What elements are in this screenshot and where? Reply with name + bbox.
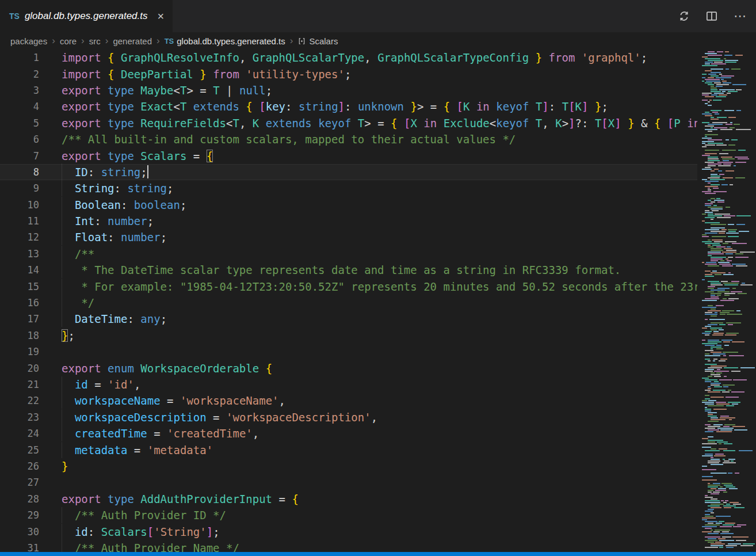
minimap-line	[701, 314, 755, 315]
code-token: extends	[193, 100, 246, 113]
minimap-line	[701, 200, 755, 201]
minimap-line	[701, 258, 755, 260]
code-line-6[interactable]: 6/** All built-in and custom scalars, ma…	[0, 131, 697, 147]
minimap-line	[701, 189, 755, 191]
minimap-line	[701, 65, 755, 66]
code-token: :	[285, 100, 299, 113]
code-line-8[interactable]: 8 ID: string;	[0, 164, 697, 180]
code-token	[62, 444, 75, 456]
code-line-22[interactable]: 22 workspaceName = 'workspaceName',	[0, 393, 697, 409]
breadcrumb-item-core[interactable]: core	[60, 36, 77, 46]
code-line-24[interactable]: 24 createdTime = 'createdTime',	[0, 425, 697, 441]
more-actions-icon[interactable]: ⋯	[734, 10, 747, 22]
code-line-12[interactable]: 12 Float: number;	[0, 229, 697, 245]
code-token: enum	[108, 362, 140, 375]
minimap-line	[701, 165, 755, 166]
code-line-21[interactable]: 21 id = 'id',	[0, 376, 697, 393]
code-line-3[interactable]: 3export type Maybe<T> = T | null;	[0, 82, 697, 98]
code-line-16[interactable]: 16 */	[0, 295, 697, 311]
minimap-line	[701, 474, 755, 475]
breadcrumb-item-generated[interactable]: generated	[113, 36, 152, 46]
line-number: 11	[0, 215, 39, 227]
code-line-31[interactable]: 31 /** Auth Provider Name */	[0, 540, 697, 552]
code-line-30[interactable]: 30 id: Scalars['String'];	[0, 523, 697, 539]
minimap-line	[701, 435, 755, 436]
minimap-line	[701, 448, 755, 450]
code-line-25[interactable]: 25 metadata = 'metadata'	[0, 441, 697, 458]
minimap-line	[701, 498, 755, 500]
code-line-7[interactable]: 7export type Scalars = {	[0, 147, 697, 163]
minimap-line	[701, 443, 755, 444]
editor-tab[interactable]: TS global.db.types.generated.ts ×	[0, 0, 173, 32]
line-number: 21	[0, 379, 39, 390]
code-line-9[interactable]: 9 String: string;	[0, 180, 697, 196]
minimap-line	[701, 141, 755, 142]
code-token: ]	[582, 100, 588, 113]
minimap-line	[701, 530, 755, 531]
code-line-4[interactable]: 4export type Exact<T extends { [key: str…	[0, 98, 697, 115]
minimap[interactable]	[697, 49, 756, 552]
code-token	[490, 100, 496, 113]
minimap-line	[701, 60, 755, 61]
code-line-18[interactable]: 18};	[0, 327, 697, 344]
editor[interactable]: 1import { GraphQLResolveInfo, GraphQLSca…	[0, 49, 697, 552]
code-line-23[interactable]: 23 workspaceDescription = 'workspaceDesc…	[0, 409, 697, 425]
code-line-19[interactable]: 19	[0, 344, 697, 360]
close-icon[interactable]: ×	[158, 10, 165, 22]
breadcrumb-label: Scalars	[309, 36, 338, 46]
code-token: import	[62, 68, 108, 81]
code-token: DateTime	[75, 313, 128, 325]
code-token: <	[173, 84, 180, 97]
code-line-15[interactable]: 15 * For example: "1985-04-12T23:20:50.5…	[0, 278, 697, 294]
code-line-2[interactable]: 2import { DeepPartial } from 'utility-ty…	[0, 66, 697, 82]
code-token	[186, 100, 193, 113]
code-token: ]	[207, 525, 213, 538]
code-line-27[interactable]: 27	[0, 474, 697, 490]
code-line-13[interactable]: 13 /**	[0, 246, 697, 262]
minimap-line	[701, 445, 755, 446]
line-number: 30	[0, 526, 39, 538]
breadcrumb-item-packages[interactable]: packages	[10, 36, 47, 46]
code-line-17[interactable]: 17 DateTime: any;	[0, 311, 697, 327]
code-line-1[interactable]: 1import { GraphQLResolveInfo, GraphQLSca…	[0, 49, 697, 66]
code-line-26[interactable]: 26}	[0, 458, 697, 474]
code-token: ;	[68, 329, 74, 342]
minimap-line	[701, 72, 755, 73]
breadcrumb-item-scalars[interactable]: Scalars	[297, 36, 338, 46]
code-token: keyof	[318, 117, 358, 130]
minimap-line	[701, 329, 755, 330]
code-token: :	[121, 199, 134, 211]
code-lines: 1import { GraphQLResolveInfo, GraphQLSca…	[0, 49, 697, 552]
minimap-line	[701, 374, 755, 375]
code-token: GraphQLScalarType	[253, 51, 364, 64]
minimap-line	[701, 317, 755, 318]
code-line-11[interactable]: 11 Int: number;	[0, 213, 697, 229]
breadcrumb: packages›core›src›generated›TSglobal.db.…	[0, 32, 756, 49]
minimap-line	[701, 188, 755, 189]
code-token: AddAuthProviderInput	[140, 493, 272, 505]
minimap-line	[701, 279, 755, 280]
code-token: export	[62, 117, 108, 130]
code-line-29[interactable]: 29 /** Auth Provider ID */	[0, 507, 697, 523]
line-number: 19	[0, 346, 39, 357]
breadcrumb-item-global-db-types-generated-ts[interactable]: TSglobal.db.types.generated.ts	[165, 36, 285, 46]
code-line-5[interactable]: 5export type RequireFields<T, K extends …	[0, 115, 697, 131]
code-token: /** All built-in and custom scalars, map…	[62, 133, 516, 146]
minimap-line	[701, 81, 755, 82]
minimap-line	[701, 98, 755, 99]
minimap-line	[701, 365, 755, 367]
minimap-line	[701, 195, 755, 196]
minimap-line	[701, 75, 755, 77]
split-editor-icon[interactable]	[706, 10, 717, 22]
code-line-10[interactable]: 10 Boolean: boolean;	[0, 197, 697, 213]
minimap-line	[701, 174, 755, 175]
code-line-20[interactable]: 20export enum WorkspaceOrderable {	[0, 360, 697, 376]
code-line-14[interactable]: 14 * The DateTime scalar type represents…	[0, 262, 697, 278]
breadcrumb-item-src[interactable]: src	[89, 36, 101, 46]
code-line-28[interactable]: 28export type AddAuthProviderInput = {	[0, 491, 697, 507]
minimap-line	[701, 473, 755, 474]
open-changes-icon[interactable]	[678, 10, 690, 22]
code-token: T	[180, 84, 186, 97]
minimap-line	[701, 220, 755, 222]
code-token: ID	[75, 166, 88, 178]
